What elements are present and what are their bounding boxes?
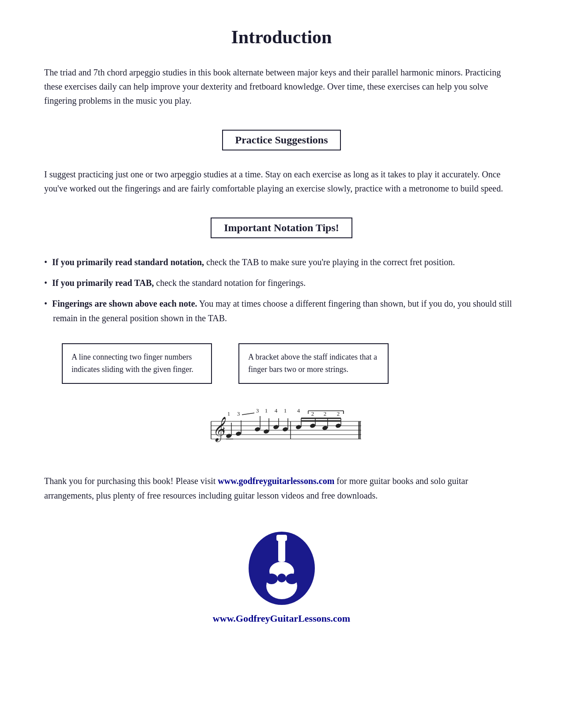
svg-point-31 xyxy=(263,429,269,434)
svg-rect-50 xyxy=(278,537,285,562)
svg-text:2: 2 xyxy=(323,410,326,417)
svg-text:4: 4 xyxy=(297,407,300,414)
svg-text:1: 1 xyxy=(283,407,287,414)
practice-suggestions-text: I suggest practicing just one or two arp… xyxy=(44,167,519,195)
intro-paragraph: The triad and 7th chord arpeggio studies… xyxy=(44,65,519,108)
music-notation-diagram: 𝄞 1 3 3 1 4 1 4 2 2 2 1 xyxy=(44,397,519,456)
practice-suggestions-section: Practice Suggestions xyxy=(44,130,519,163)
notation-tips-section: Important Notation Tips! If you primaril… xyxy=(44,218,519,326)
svg-point-33 xyxy=(273,424,279,430)
svg-point-29 xyxy=(254,427,261,432)
notation-tips-header: Important Notation Tips! xyxy=(211,218,352,238)
svg-text:𝄞: 𝄞 xyxy=(212,417,226,442)
svg-text:2: 2 xyxy=(311,410,314,417)
svg-point-54 xyxy=(265,574,278,584)
svg-point-39 xyxy=(310,423,316,428)
svg-point-43 xyxy=(335,423,341,428)
notation-box-right: A bracket above the staff indicates that… xyxy=(238,343,389,384)
svg-text:1: 1 xyxy=(264,407,268,414)
practice-suggestions-header: Practice Suggestions xyxy=(222,130,341,150)
page-title: Introduction xyxy=(44,26,519,48)
website-link[interactable]: www.godfreyguitarlessons.com xyxy=(218,476,334,486)
guitar-logo xyxy=(246,529,317,608)
svg-point-25 xyxy=(226,433,232,439)
notation-tip-3: Fingerings are shown above each note. Yo… xyxy=(44,296,519,326)
svg-point-55 xyxy=(286,574,298,584)
logo-section: www.GodfreyGuitarLessons.com xyxy=(44,529,519,624)
notation-tip-1: If you primarily read standard notation,… xyxy=(44,255,519,270)
svg-text:3: 3 xyxy=(237,410,240,417)
svg-text:3: 3 xyxy=(256,407,259,414)
notation-tip-2: If you primarily read TAB, check the sta… xyxy=(44,276,519,290)
svg-point-35 xyxy=(282,427,288,432)
svg-text:1: 1 xyxy=(227,410,230,417)
notation-boxes-container: A line connecting two finger numbers ind… xyxy=(44,343,519,384)
svg-point-27 xyxy=(235,431,242,436)
svg-text:4: 4 xyxy=(274,407,277,414)
svg-point-41 xyxy=(322,425,328,431)
website-url: www.GodfreyGuitarLessons.com xyxy=(44,613,519,624)
svg-text:1: 1 xyxy=(342,410,344,414)
notation-tips-list: If you primarily read standard notation,… xyxy=(44,255,519,326)
svg-line-12 xyxy=(242,413,254,415)
svg-rect-51 xyxy=(276,535,287,541)
svg-point-37 xyxy=(295,424,302,430)
svg-text:2: 2 xyxy=(336,410,340,417)
notation-box-left: A line connecting two finger numbers ind… xyxy=(62,343,212,384)
thank-you-text: Thank you for purchasing this book! Plea… xyxy=(44,474,519,503)
svg-point-56 xyxy=(277,574,286,582)
